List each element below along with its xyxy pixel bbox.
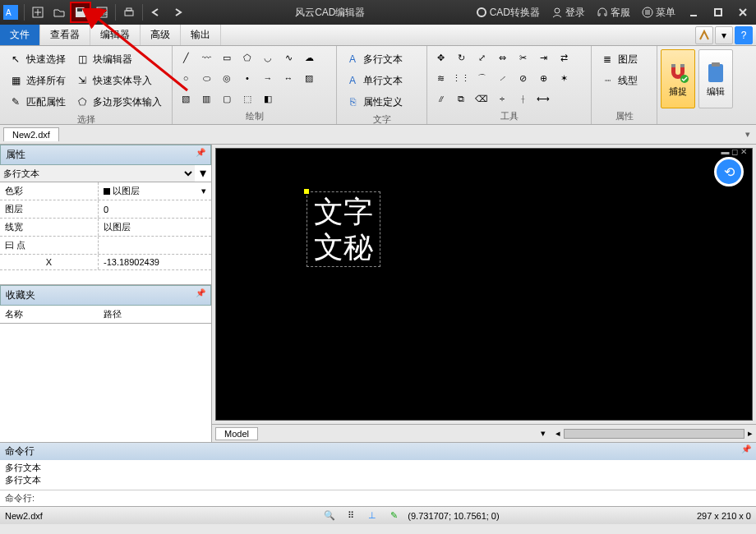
app-icon[interactable]: A [0, 2, 21, 23]
help-icon[interactable]: ? [735, 26, 753, 44]
trim-icon[interactable]: ✂ [514, 49, 531, 66]
ray-icon[interactable]: → [260, 70, 276, 86]
scale-icon[interactable]: ⤢ [473, 49, 490, 66]
mirror-icon[interactable]: ⇄ [555, 49, 572, 66]
3d-icon[interactable]: ⬚ [239, 90, 256, 107]
fillet-icon[interactable]: ⌒ [473, 70, 490, 86]
donut-icon[interactable]: ◎ [219, 70, 235, 86]
close-icon[interactable] [733, 2, 753, 22]
menu-file[interactable]: 文件 [0, 25, 40, 45]
print-icon[interactable] [118, 2, 140, 23]
export-pdf-icon[interactable]: PDF [91, 2, 113, 23]
menu-button[interactable]: 菜单 [638, 4, 679, 21]
quick-select-button[interactable]: ↖快速选择 [5, 49, 68, 69]
align-icon[interactable]: ⫽ [432, 90, 449, 107]
menu-advanced[interactable]: 高级 [141, 25, 181, 45]
status-snap-icon[interactable]: ✎ [386, 509, 401, 523]
fav-name-col[interactable]: 名称 [0, 306, 99, 323]
doctab[interactable]: New2.dxf [3, 127, 59, 141]
pin-icon[interactable]: 📌 [741, 444, 751, 458]
hatch-icon[interactable]: ▨ [301, 70, 317, 86]
fav-path-col[interactable]: 路径 [99, 306, 127, 323]
stretch-icon[interactable]: ⇔ [494, 49, 510, 66]
prop-color-value[interactable]: 以图层▾ [99, 182, 211, 200]
array-icon[interactable]: ⋮⋮ [453, 70, 469, 86]
snap-button[interactable]: 捕捉 [661, 49, 695, 108]
prop-x-value[interactable]: -13.18902439 [99, 255, 211, 269]
explode-icon[interactable]: ✶ [555, 70, 572, 86]
doctab-dropdown-icon[interactable]: ▾ [740, 129, 756, 140]
redo-icon[interactable] [167, 2, 188, 23]
dropdown-icon[interactable]: ▾ [715, 26, 733, 44]
fast-import-button[interactable]: ⇲快速实体导入 [71, 71, 164, 90]
rect-icon[interactable]: ▭ [219, 49, 235, 66]
style-icon[interactable] [695, 26, 713, 44]
poly-import-button[interactable]: ⬠多边形实体输入 [71, 92, 164, 112]
block-editor-button[interactable]: ◫块编辑器 [71, 49, 164, 69]
wipeout-icon[interactable]: ▢ [219, 90, 235, 107]
arc-icon[interactable]: ◡ [260, 49, 276, 66]
filter-icon[interactable]: ▾ [195, 165, 211, 182]
viewport-controls[interactable]: ▬ ◻ ✕ [721, 147, 747, 156]
select-all-button[interactable]: ▦选择所有 [5, 71, 68, 90]
measure-icon[interactable]: ⟊ [514, 90, 531, 107]
extend-icon[interactable]: ⇥ [535, 49, 551, 66]
view-cube-icon[interactable]: ⟲ [714, 157, 744, 186]
ellipse-icon[interactable]: ⬭ [198, 70, 214, 86]
face-icon[interactable]: ◧ [260, 90, 276, 107]
xline-icon[interactable]: ↔ [280, 70, 297, 86]
lengthen-icon[interactable]: ⟷ [535, 90, 551, 107]
converter-button[interactable]: CAD转换器 [472, 4, 543, 21]
mtext-entity[interactable]: 文字 文秘 [307, 191, 380, 267]
scroll-right-icon[interactable]: ▸ [744, 428, 756, 439]
maximize-icon[interactable] [708, 2, 728, 22]
match-props-button[interactable]: ✎匹配属性 [5, 92, 68, 112]
circle-icon[interactable]: ○ [177, 70, 194, 86]
pin-icon[interactable]: 📌 [196, 288, 205, 302]
login-button[interactable]: 登录 [548, 4, 588, 21]
join-icon[interactable]: ⊕ [535, 70, 551, 86]
erase-icon[interactable]: ⌫ [473, 90, 490, 107]
spline-icon[interactable]: ∿ [280, 49, 297, 66]
scroll-left-icon[interactable]: ◂ [552, 428, 564, 439]
support-button[interactable]: 客服 [593, 4, 634, 21]
gradient-icon[interactable]: ▧ [177, 90, 194, 107]
divide-icon[interactable]: ÷ [494, 90, 510, 107]
prop-layer-value[interactable]: 0 [99, 200, 211, 218]
linetype-button[interactable]: ┈线型 [597, 71, 640, 90]
line-icon[interactable]: ╱ [177, 49, 194, 66]
break-icon[interactable]: ⊘ [514, 70, 531, 86]
undo-icon[interactable] [145, 2, 167, 23]
region-icon[interactable]: ▥ [198, 90, 214, 107]
stext-button[interactable]: A单行文本 [342, 71, 405, 90]
prop-lineweight-value[interactable]: 以图层 [99, 219, 211, 236]
menu-editor[interactable]: 编辑器 [90, 25, 141, 45]
hscrollbar[interactable] [564, 429, 744, 439]
status-grid-icon[interactable]: ⠿ [343, 509, 358, 523]
new-icon[interactable] [27, 2, 48, 23]
open-icon[interactable] [48, 2, 70, 23]
rotate-icon[interactable]: ↻ [453, 49, 469, 66]
edit-button[interactable]: 编辑 [698, 49, 733, 108]
polygon-icon[interactable]: ⬠ [239, 49, 256, 66]
save-icon[interactable] [70, 2, 91, 23]
layout-dropdown-icon[interactable]: ▾ [534, 428, 552, 439]
object-type-select[interactable]: 多行文本 [0, 165, 195, 182]
point-icon[interactable]: • [239, 70, 256, 86]
command-input[interactable] [39, 490, 756, 506]
move-icon[interactable]: ✥ [432, 49, 449, 66]
chamfer-icon[interactable]: ⟋ [494, 70, 510, 86]
copy-icon[interactable]: ⧉ [453, 90, 469, 107]
menu-output[interactable]: 输出 [181, 25, 221, 45]
model-tab[interactable]: Model [215, 427, 258, 440]
status-zoom-icon[interactable]: 🔍 [322, 509, 337, 523]
offset-icon[interactable]: ≋ [432, 70, 449, 86]
revcloud-icon[interactable]: ☁ [301, 49, 317, 66]
pin-icon[interactable]: 📌 [196, 148, 205, 162]
menu-viewer[interactable]: 查看器 [40, 25, 90, 45]
drawing-canvas[interactable]: ▬ ◻ ✕ 文字 文秘 ⟲ [215, 148, 753, 421]
layer-button[interactable]: ≣图层 [597, 49, 640, 69]
minimize-icon[interactable] [684, 2, 703, 22]
status-ortho-icon[interactable]: ⊥ [365, 509, 380, 523]
attdef-button[interactable]: ⎘属性定义 [342, 92, 405, 112]
